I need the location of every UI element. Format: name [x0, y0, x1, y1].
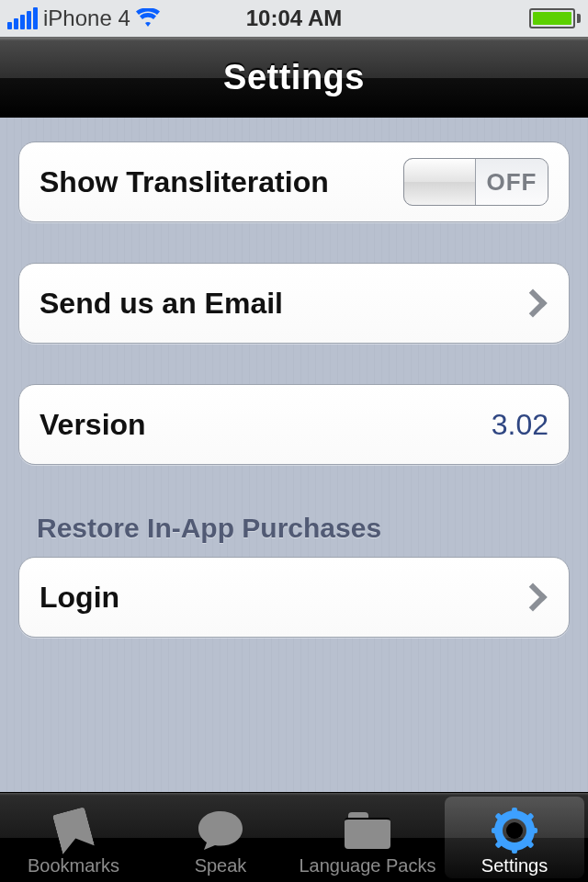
tab-label: Language Packs [299, 855, 435, 876]
tab-bar: Bookmarks Speak Language Packs Settings [0, 792, 588, 882]
row-login[interactable]: Login [18, 557, 570, 638]
chevron-right-icon [518, 582, 547, 611]
battery-icon [529, 8, 581, 28]
svg-point-0 [506, 822, 523, 839]
bookmark-icon [48, 808, 99, 854]
status-bar: iPhone 4 10:04 AM [0, 0, 588, 37]
chevron-right-icon [518, 288, 547, 317]
carrier-label: iPhone 4 [43, 6, 130, 31]
clock: 10:04 AM [246, 6, 342, 31]
tab-label: Settings [481, 855, 548, 876]
svg-rect-4 [528, 828, 537, 833]
content-area: Show Transliteration OFF Send us an Emai… [0, 118, 588, 792]
tab-label: Bookmarks [28, 855, 119, 876]
speech-bubble-icon [195, 808, 246, 854]
toggle-knob [404, 159, 476, 205]
signal-icon [7, 7, 38, 29]
page-title: Settings [223, 58, 365, 97]
row-label: Login [40, 581, 119, 615]
wifi-icon [136, 5, 160, 33]
version-value: 3.02 [492, 408, 548, 442]
gear-icon [489, 808, 540, 854]
row-show-transliteration: Show Transliteration OFF [18, 141, 570, 222]
row-label: Send us an Email [40, 287, 283, 321]
transliteration-toggle[interactable]: OFF [403, 158, 548, 206]
svg-rect-2 [512, 844, 517, 854]
status-left: iPhone 4 [7, 5, 160, 33]
tab-settings[interactable]: Settings [441, 793, 588, 882]
row-label: Show Transliteration [40, 165, 329, 199]
nav-bar: Settings [0, 37, 588, 118]
svg-rect-3 [492, 828, 501, 833]
tab-language-packs[interactable]: Language Packs [294, 793, 441, 882]
tab-label: Speak [195, 855, 247, 876]
row-version: Version 3.02 [18, 384, 570, 465]
tab-speak[interactable]: Speak [147, 793, 294, 882]
section-header-restore: Restore In-App Purchases [18, 505, 570, 557]
svg-rect-1 [512, 808, 517, 817]
toggle-off-label: OFF [476, 159, 548, 205]
tab-bookmarks[interactable]: Bookmarks [0, 793, 147, 882]
row-label: Version [40, 408, 146, 442]
folder-icon [342, 808, 393, 854]
row-send-email[interactable]: Send us an Email [18, 263, 570, 344]
